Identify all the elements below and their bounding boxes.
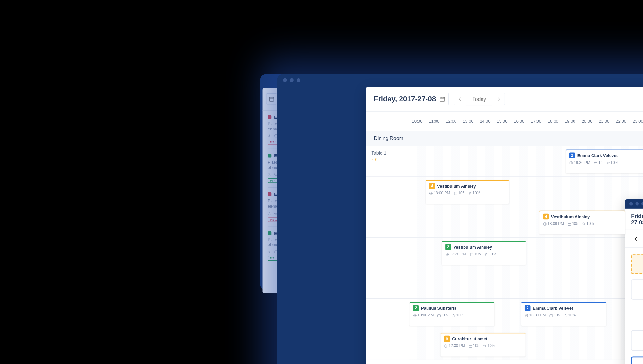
calendar-button[interactable] [436, 93, 449, 105]
time-slot: 23:00 [629, 119, 643, 124]
booking-event[interactable]: 4Vestibulum Ainsley 18:00 PM 105 10% [426, 180, 509, 204]
svg-point-19 [444, 344, 447, 347]
row-header [366, 329, 409, 360]
next-day-button[interactable] [492, 93, 505, 105]
timeline-header: 10:0011:0012:0013:0014:0015:0016:0017:00… [366, 111, 643, 131]
chevron-left-icon[interactable] [633, 235, 638, 241]
svg-point-9 [429, 191, 432, 194]
chevron-left-icon [457, 96, 463, 102]
time-slot: 10:00 [409, 119, 426, 124]
table-t2[interactable]: T2 [631, 279, 643, 299]
time-slot: 12:00 [443, 119, 460, 124]
row-header [366, 268, 409, 298]
svg-point-11 [543, 222, 546, 225]
row-header: Table 12-6 [366, 146, 409, 176]
svg-rect-8 [594, 161, 597, 164]
svg-point-33 [269, 173, 270, 174]
floor-body: T1 Tablein 2-158 window Tablein 2-158 wi… [625, 248, 643, 364]
calendar-icon [269, 96, 274, 102]
svg-rect-16 [437, 314, 440, 317]
row-header [366, 299, 409, 329]
booking-event[interactable]: 2Paulius Šuksteris 10:00 AM 105 10% [409, 302, 494, 326]
row-header [366, 176, 409, 207]
gantt-row: 2Paulius Šuksteris 10:00 AM 105 10%2Emma… [366, 299, 643, 329]
main-toolbar: Friday, 2017-27-08 Today [366, 87, 643, 112]
time-slot: 22:00 [612, 119, 629, 124]
floorplan-window: Friday, 2017-27-08 Today 123451015 03153… [625, 199, 643, 364]
hour-column: 031530450 [639, 235, 643, 243]
calendar-button[interactable] [266, 93, 277, 104]
time-slot: 21:00 [595, 119, 612, 124]
page-title: Friday, 2017-27-08 [631, 213, 643, 226]
time-slot: 20:00 [578, 119, 595, 124]
time-slot: 14:00 [476, 119, 493, 124]
svg-rect-10 [454, 192, 457, 194]
time-slot: 19:00 [561, 119, 578, 124]
row-header [366, 207, 409, 237]
svg-rect-26 [269, 97, 274, 101]
table-t7[interactable]: T7 [631, 330, 643, 350]
gantt-body: Table 12-62Emma Clark Velevet 19:30 PM 1… [366, 146, 643, 360]
time-slot: 18:00 [545, 119, 562, 124]
main-window: Friday, 2017-27-08 Today 10:0011:0012:00… [366, 87, 643, 364]
svg-rect-20 [469, 345, 472, 347]
prev-day-button[interactable] [454, 93, 466, 105]
page-title: Friday, 2017-27-08 [374, 95, 436, 103]
booking-event[interactable]: 5Curabitur ut amet 12:30 PM 105 10% [440, 333, 525, 356]
table-t8[interactable]: T8 [631, 356, 643, 364]
svg-rect-14 [470, 253, 473, 255]
floor-toolbar: Friday, 2017-27-08 Today 123451015 [625, 208, 643, 230]
svg-point-27 [269, 135, 270, 136]
svg-point-17 [525, 314, 528, 317]
time-slot: 16:00 [510, 119, 528, 124]
calendar-icon [439, 96, 445, 102]
gantt-row [366, 268, 643, 298]
svg-point-45 [269, 251, 270, 252]
section-header: Dining Room [366, 131, 643, 146]
booking-event[interactable]: 4Vestibulum Ainsley 18:00 PM 105 10% [539, 210, 625, 234]
svg-rect-0 [440, 97, 445, 101]
gantt-row: 5Curabitur ut amet 12:30 PM 105 10%Block… [366, 329, 643, 360]
svg-point-7 [570, 161, 573, 164]
row-header [366, 237, 409, 268]
booking-event[interactable]: 2Emma Clark Velevet 16:30 PM 105 10% [521, 302, 606, 326]
time-slot: 15:00 [493, 119, 510, 124]
table-t1[interactable]: T1 [631, 254, 643, 274]
booking-event[interactable]: 2Vestibulum Ainsley 12:30 PM 105 10% [442, 241, 526, 265]
time-slot: 13:00 [460, 119, 477, 124]
chevron-right-icon [495, 96, 501, 102]
hour-strip: 0315304500415304500515304500615304500715… [625, 230, 643, 248]
gantt-row: 4Vestibulum Ainsley 18:00 PM 105 10% [366, 176, 643, 207]
svg-point-39 [269, 212, 270, 213]
gantt-row: 4Vestibulum Ainsley 18:00 PM 105 10% [366, 207, 643, 237]
gantt-row: 2Vestibulum Ainsley 12:30 PM 105 10% [366, 237, 643, 268]
svg-rect-18 [549, 314, 552, 317]
time-slot: 11:00 [426, 119, 443, 124]
gantt-row: Table 12-62Emma Clark Velevet 19:30 PM 1… [366, 146, 643, 176]
time-slot: 17:00 [528, 119, 545, 124]
svg-point-13 [446, 253, 448, 255]
today-button[interactable]: Today [466, 93, 492, 105]
booking-event[interactable]: 2Emma Clark Velevet 19:30 PM 12 10% [566, 149, 643, 173]
svg-point-15 [413, 314, 416, 317]
svg-rect-12 [568, 222, 571, 225]
window-chrome [625, 199, 643, 208]
